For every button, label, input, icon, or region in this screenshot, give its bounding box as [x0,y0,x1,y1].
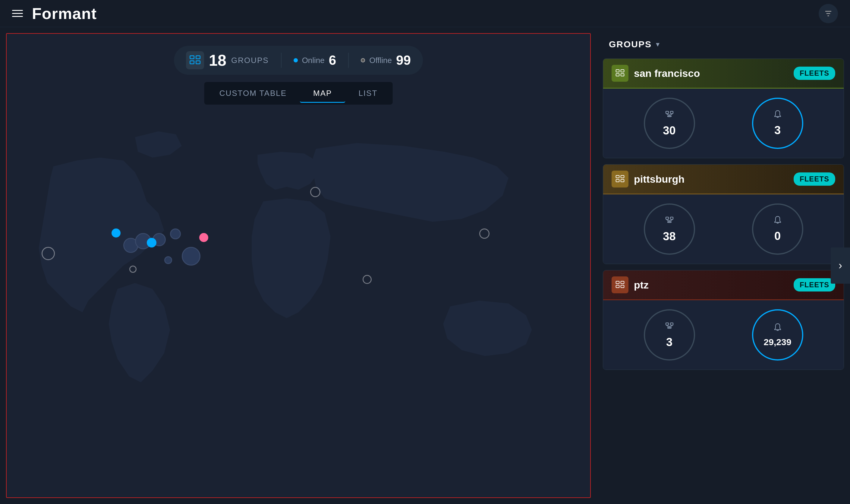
hamburger-menu-button[interactable] [12,10,23,17]
panel-expand-button[interactable]: › [831,248,850,284]
bell-icon-ptz [773,323,783,335]
alerts-circle-sf: 3 [752,98,803,149]
devices-circle-sf: 30 [644,98,695,149]
group-icon-san-francisco [612,65,629,82]
group-card-ptz: ptz FLEETS 3 [603,270,844,370]
svg-rect-7 [616,70,619,72]
svg-rect-24 [621,285,624,288]
map-dot-pink [199,233,208,242]
svg-rect-8 [621,70,624,72]
svg-rect-17 [621,179,624,182]
groups-panel-header: GROUPS ▾ [597,33,850,55]
group-name-ptz: ptz [634,279,788,291]
bell-icon-pittsburgh [773,216,783,228]
svg-rect-22 [621,281,624,284]
group-header-pittsburgh: pittsburgh FLEETS [603,165,844,194]
devices-circle-ptz: 3 [644,309,695,361]
header-left: Formant [12,4,97,23]
offline-count: 99 [396,53,411,68]
svg-rect-26 [670,323,673,325]
group-card-pittsburgh: pittsburgh FLEETS 38 [603,164,844,264]
devices-circle-pittsburgh: 38 [644,203,695,255]
fleets-badge-san-francisco[interactable]: FLEETS [794,67,835,80]
metric-devices-pittsburgh: 38 [644,203,695,255]
device-icon-sf [664,109,675,122]
group-body-san-francisco: 30 3 [603,89,844,158]
svg-rect-15 [621,176,624,178]
groups-panel-title: GROUPS [609,39,652,50]
device-icon-ptz [664,321,675,334]
tab-bar: CUSTOM TABLE MAP LIST [204,82,393,105]
group-header-san-francisco: san francisco FLEETS [603,59,844,89]
metric-alerts-ptz: 29,239 [752,309,803,361]
svg-rect-4 [196,56,200,59]
svg-rect-13 [668,116,671,116]
group-name-pittsburgh: pittsburgh [634,173,788,185]
alerts-count-ptz: 29,239 [764,337,792,347]
devices-count-pittsburgh: 38 [663,230,675,243]
fleets-badge-ptz[interactable]: FLEETS [794,278,835,291]
devices-count-ptz: 3 [666,336,672,349]
stats-bar: 18 GROUPS Online 6 Offline 99 [174,46,423,75]
group-card-san-francisco: san francisco FLEETS 3 [603,58,844,158]
tab-list[interactable]: LIST [345,84,391,103]
app-logo: Formant [32,4,97,23]
group-name-san-francisco: san francisco [634,68,788,79]
svg-rect-25 [666,323,669,325]
alerts-circle-ptz: 29,239 [752,309,803,361]
alerts-count-pittsburgh: 0 [774,230,781,242]
group-icon-pittsburgh [612,170,629,187]
app-header: Formant [0,0,850,27]
svg-rect-14 [616,176,619,178]
map-dot-asia [479,229,489,239]
map-dot-east-us [147,238,157,248]
online-count: 6 [329,53,336,68]
svg-rect-20 [668,221,671,222]
main-layout: 18 GROUPS Online 6 Offline 99 CUSTOM TAB… [0,27,850,504]
tab-custom-table[interactable]: CUSTOM TABLE [206,84,300,103]
metric-devices-ptz: 3 [644,309,695,361]
svg-rect-16 [616,179,619,182]
groups-count: 18 [209,51,227,69]
groups-icon [186,51,204,69]
svg-rect-27 [668,327,671,328]
map-dot-indian [363,275,372,284]
filter-button[interactable] [819,4,838,23]
svg-rect-3 [190,56,194,59]
map-dot-central-us-2 [170,229,181,239]
svg-rect-12 [670,111,673,114]
map-dot-europe [310,187,321,197]
groups-chevron-icon[interactable]: ▾ [656,40,659,49]
svg-rect-6 [196,61,200,64]
offline-label: Offline [369,56,392,65]
tab-map[interactable]: MAP [300,84,345,103]
svg-rect-21 [616,281,619,284]
group-header-ptz: ptz FLEETS [603,270,844,300]
stats-divider-1 [281,53,282,68]
metric-alerts-sf: 3 [752,98,803,149]
stat-offline: Offline 99 [361,53,411,68]
devices-count-sf: 30 [663,124,675,137]
map-dot-gray-us [129,266,137,273]
offline-dot [361,58,365,62]
stats-divider-2 [348,53,349,68]
online-label: Online [302,56,325,65]
alerts-count-sf: 3 [774,124,781,137]
bell-icon-sf [773,110,783,122]
metric-alerts-pittsburgh: 0 [752,203,803,255]
device-icon-pittsburgh [664,215,675,228]
svg-rect-23 [616,285,619,288]
svg-rect-10 [621,74,624,76]
svg-rect-5 [190,61,194,64]
group-body-ptz: 3 29,239 [603,300,844,370]
metric-devices-sf: 30 [644,98,695,149]
map-dot-se [164,256,172,264]
svg-rect-18 [666,217,669,219]
online-dot [294,58,298,62]
svg-rect-19 [670,217,673,219]
filter-icon [824,9,833,18]
stat-groups: 18 GROUPS [186,51,269,69]
group-icon-ptz [612,276,629,293]
map-section: 18 GROUPS Online 6 Offline 99 CUSTOM TAB… [6,33,591,498]
fleets-badge-pittsburgh[interactable]: FLEETS [794,173,835,186]
